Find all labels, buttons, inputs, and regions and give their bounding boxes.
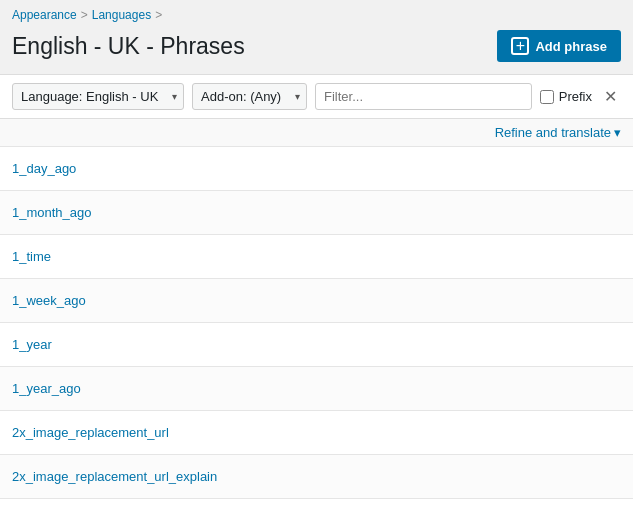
prefix-wrapper: Prefix [540,89,592,104]
refine-arrow-icon: ▾ [614,125,621,140]
table-row[interactable]: 1_month_ago [0,191,633,235]
table-row[interactable]: 1_year [0,323,633,367]
table-row[interactable]: 1_day_ago [0,147,633,191]
phrase-key: 1_year [12,337,52,352]
prefix-checkbox[interactable] [540,90,554,104]
addon-select[interactable]: Add-on: (Any) [192,83,307,110]
language-select[interactable]: Language: English - UK [12,83,184,110]
phrase-key: 1_week_ago [12,293,86,308]
breadcrumb-appearance[interactable]: Appearance [12,8,77,22]
breadcrumb-sep-1: > [81,8,88,22]
filters-bar: Language: English - UK ▾ Add-on: (Any) ▾… [0,74,633,119]
filter-input[interactable] [315,83,532,110]
table-row[interactable]: 2x_image_replacement_url_explain [0,455,633,499]
refine-translate-label: Refine and translate [495,125,611,140]
phrase-list: 1_day_ago 1_month_ago 1_time 1_week_ago … [0,147,633,507]
clear-filter-button[interactable]: ✕ [600,87,621,107]
table-row[interactable]: 2x_image_replacement_url [0,411,633,455]
filter-input-wrapper [315,83,532,110]
language-select-wrapper: Language: English - UK ▾ [12,83,184,110]
table-row[interactable]: 1_time [0,235,633,279]
page-wrapper: Appearance > Languages > English - UK - … [0,0,633,507]
page-title: English - UK - Phrases [12,33,245,60]
phrase-key: 1_day_ago [12,161,76,176]
phrase-key: 1_month_ago [12,205,92,220]
phrase-key: 1_time [12,249,51,264]
add-phrase-label: Add phrase [535,39,607,54]
refine-translate-link[interactable]: Refine and translate ▾ [495,125,621,140]
table-row[interactable]: 2_weeks_ago [0,499,633,507]
add-phrase-button[interactable]: + Add phrase [497,30,621,62]
table-row[interactable]: 1_year_ago [0,367,633,411]
breadcrumb-languages[interactable]: Languages [92,8,151,22]
prefix-label[interactable]: Prefix [559,89,592,104]
phrase-key: 2x_image_replacement_url_explain [12,469,217,484]
addon-select-wrapper: Add-on: (Any) ▾ [192,83,307,110]
table-row[interactable]: 1_week_ago [0,279,633,323]
refine-bar: Refine and translate ▾ [0,119,633,147]
plus-icon: + [511,37,529,55]
header-row: English - UK - Phrases + Add phrase [0,26,633,74]
breadcrumb-sep-2: > [155,8,162,22]
breadcrumb: Appearance > Languages > [0,0,633,26]
phrase-key: 1_year_ago [12,381,81,396]
phrase-key: 2x_image_replacement_url [12,425,169,440]
